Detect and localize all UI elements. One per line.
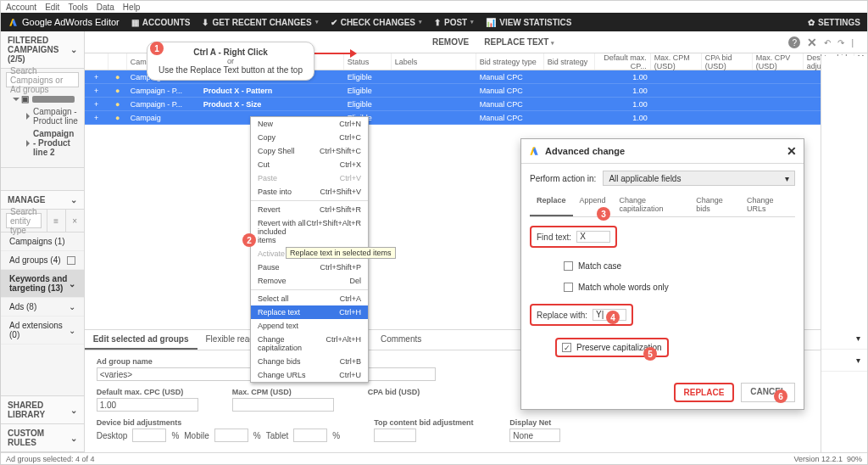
tb-view-stats[interactable]: 📊VIEW STATISTICS — [486, 18, 571, 27]
tablet-bid-field[interactable] — [293, 429, 327, 442]
top-content-field[interactable] — [374, 429, 416, 442]
adwords-logo-icon — [528, 145, 540, 157]
desktop-bid-field[interactable] — [132, 429, 166, 442]
ctx-change-cap[interactable]: Change capitalizationCtrl+Alt+H — [251, 333, 368, 355]
table-row[interactable]: +●Campaign - P...Product X - SizeEligibl… — [85, 98, 868, 111]
mobile-bid-field[interactable] — [214, 429, 248, 442]
nav-ad-extensions[interactable]: Ad extensions (0)⌄ — [1, 317, 84, 345]
col-cpm[interactable]: Max. CPM (USD) — [651, 53, 702, 70]
tree-account[interactable]: ▣ — [1, 92, 84, 105]
nav-campaigns[interactable]: Campaigns (1) — [1, 232, 84, 251]
ctx-cut[interactable]: CutCtrl+X — [251, 158, 368, 171]
expand-icon — [13, 98, 19, 101]
ctx-new[interactable]: NewCtrl+N — [251, 117, 368, 131]
col-desktop[interactable]: Desktop bid adju... — [804, 53, 854, 70]
status-selection: Ad groups selected: 4 of 4 — [6, 455, 95, 463]
max-cpm-field[interactable] — [232, 398, 334, 412]
tb-get-recent[interactable]: ⬇GET RECENT CHANGES▾ — [202, 18, 318, 27]
ctx-copy[interactable]: CopyCtrl+C — [251, 131, 368, 144]
help-icon[interactable]: ? — [788, 36, 800, 48]
ctx-revert-all[interactable]: Revert with all included itemsCtrl+Shift… — [251, 216, 368, 247]
close-icon[interactable]: × — [65, 210, 84, 232]
tree-campaign-1[interactable]: Campaign - Product line — [1, 105, 84, 127]
tb-post[interactable]: ⬆POST▾ — [434, 18, 474, 27]
tab-comments[interactable]: Comments — [372, 330, 430, 350]
tab-replace[interactable]: Replace — [530, 193, 573, 216]
whole-words-checkbox[interactable] — [564, 283, 573, 292]
ctx-change-urls[interactable]: Change URLsCtrl+U — [251, 368, 368, 382]
replace-text-button[interactable]: REPLACE TEXT▾ — [479, 35, 559, 49]
col-bidtype[interactable]: Bid strategy type — [476, 53, 544, 70]
find-text-input[interactable]: X — [576, 231, 610, 243]
device-bid-label: Device bid adjustments — [97, 418, 341, 427]
tab-change-bids[interactable]: Change bids — [689, 193, 740, 216]
ctx-paste-into[interactable]: Paste intoCtrl+Shift+V — [251, 185, 368, 199]
replace-button[interactable]: REPLACE — [674, 383, 735, 402]
tb-accounts[interactable]: ▦ACCOUNTS — [131, 18, 191, 27]
nav-keywords-targeting[interactable]: Keywords and targeting (13)⌄ — [1, 270, 84, 298]
menu-help[interactable]: Help — [123, 3, 141, 12]
nav-ad-groups[interactable]: Ad groups (4) — [1, 251, 84, 270]
tb-check-changes[interactable]: ✔CHECK CHANGES▾ — [331, 18, 422, 27]
preserve-cap-checkbox[interactable]: ✓ — [562, 343, 571, 352]
col-cpa[interactable]: CPA bid (USD) — [702, 53, 753, 70]
table-row[interactable]: +●CampaigEligibleManual CPC1.00 — [85, 111, 868, 125]
custom-rules-header[interactable]: CUSTOM RULES⌄ — [1, 424, 84, 452]
close-icon[interactable]: ✕ — [807, 36, 817, 49]
ctx-paste: PasteCtrl+V — [251, 171, 368, 185]
match-case-label: Match case — [578, 261, 621, 271]
ctx-revert[interactable]: RevertCtrl+Shift+R — [251, 203, 368, 216]
top-content-label: Top content bid adjustment — [374, 418, 476, 427]
ctx-copy-shell[interactable]: Copy ShellCtrl+Shift+C — [251, 144, 368, 158]
table-row[interactable]: +●Campaign - P...Product X - PatternElig… — [85, 84, 868, 98]
col-labels[interactable]: Labels — [392, 53, 476, 70]
match-case-checkbox[interactable] — [564, 261, 573, 271]
col-cpv[interactable]: Max. CPV (USD) — [753, 53, 804, 70]
menu-account[interactable]: Account — [6, 3, 36, 12]
ctx-replace-text[interactable]: Replace textCtrl+H — [251, 305, 368, 319]
display-net-field[interactable]: None — [509, 429, 560, 442]
campaign-search-input[interactable]: Search Campaigns or Ad groups — [6, 72, 79, 87]
filter-icon[interactable]: ≡ — [47, 210, 65, 232]
status-zoom[interactable]: 90% — [847, 455, 862, 463]
menu-data[interactable]: Data — [97, 3, 114, 12]
col-bidstrategy[interactable]: Bid strategy — [544, 53, 595, 70]
perform-action-select[interactable]: All applicable fields▾ — [603, 171, 795, 186]
upload-icon: ⬆ — [434, 18, 441, 27]
undo-icon[interactable]: ↶ — [824, 38, 831, 48]
chevron-down-icon[interactable]: ⌄ — [70, 195, 77, 204]
col-mobile[interactable]: Mobile bid adjust — [854, 53, 868, 70]
mobile-label: Mobile — [184, 431, 209, 440]
cancel-button[interactable]: CANCEL — [741, 383, 795, 402]
ctx-remove[interactable]: RemoveDel — [251, 274, 368, 288]
tab-change-cap[interactable]: Change capitalization — [613, 193, 690, 216]
nav-ads[interactable]: Ads (8)⌄ — [1, 298, 84, 317]
remove-button[interactable]: REMOVE — [427, 35, 474, 49]
title-bar: Google AdWords Editor ▦ACCOUNTS ⬇GET REC… — [1, 13, 867, 31]
toolbar-right-icons: ? ✕ ↶ ↷ | — [788, 36, 854, 49]
dialog-title: Advanced change — [545, 146, 625, 156]
ctx-select-all[interactable]: Select allCtrl+A — [251, 292, 368, 305]
tab-edit-selected[interactable]: Edit selected ad groups — [85, 330, 198, 350]
tb-settings[interactable]: ✿SETTINGS — [808, 18, 860, 27]
tree-campaign-2[interactable]: Campaign - Product line 2 — [1, 127, 84, 159]
redo-icon[interactable]: ↷ — [837, 38, 844, 48]
status-version: Version 12.2.1 — [793, 455, 843, 463]
desktop-label: Desktop — [97, 431, 128, 440]
annotation-marker-3: 3 — [597, 207, 610, 221]
tab-change-urls[interactable]: Change URLs — [740, 193, 795, 216]
chevron-down-icon[interactable]: ⌄ — [70, 45, 77, 54]
col-cpc[interactable]: Default max. CP... — [595, 53, 651, 70]
menu-tools[interactable]: Tools — [68, 3, 87, 12]
grid-icon: ▦ — [131, 18, 139, 27]
svg-marker-5 — [350, 49, 357, 58]
menu-edit[interactable]: Edit — [45, 3, 59, 12]
dialog-close-icon[interactable]: ✕ — [787, 144, 797, 158]
ctx-pause[interactable]: PauseCtrl+Shift+P — [251, 261, 368, 274]
entity-search-input[interactable]: Search entity type — [6, 213, 42, 228]
ctx-change-bids[interactable]: Change bidsCtrl+B — [251, 355, 368, 368]
shared-library-header[interactable]: SHARED LIBRARY⌄ — [1, 395, 84, 424]
ctx-append-text[interactable]: Append text — [251, 319, 368, 333]
context-menu-tooltip: Replace text in selected items — [286, 247, 396, 259]
default-cpc-field[interactable]: 1.00 — [97, 398, 198, 412]
